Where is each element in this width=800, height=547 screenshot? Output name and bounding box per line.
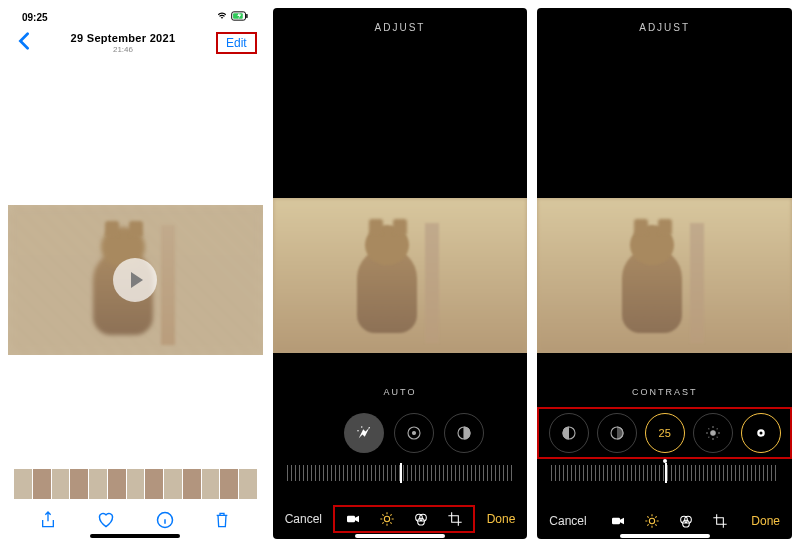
black-point-button[interactable]	[741, 413, 781, 453]
photos-app-screen: 09:25 29 September 2021 21:46 Edit	[8, 8, 263, 539]
done-button[interactable]: Done	[487, 512, 516, 526]
edit-bottom-bar: Cancel Done	[273, 505, 528, 533]
cancel-button[interactable]: Cancel	[549, 514, 586, 528]
shadows-button[interactable]	[597, 413, 637, 453]
edit-video-preview[interactable]	[537, 198, 792, 353]
done-button[interactable]: Done	[751, 514, 780, 528]
video-scrubber[interactable]	[14, 469, 257, 499]
adjust-tool-icon[interactable]	[379, 511, 395, 527]
svg-rect-20	[612, 518, 620, 525]
highlights-button[interactable]	[444, 413, 484, 453]
edit-tools	[333, 505, 475, 533]
info-icon[interactable]	[156, 511, 174, 532]
svg-point-24	[683, 520, 690, 527]
photo-date: 29 September 2021	[71, 32, 176, 44]
filters-tool-icon[interactable]	[413, 511, 429, 527]
photo-header: 29 September 2021 21:46 Edit	[8, 26, 263, 60]
edit-button[interactable]: Edit	[216, 32, 257, 54]
edit-auto-screen: ADJUST AUTO Cancel Done	[273, 8, 528, 539]
home-indicator[interactable]	[355, 534, 445, 538]
battery-icon	[231, 11, 249, 21]
video-tool-icon[interactable]	[345, 511, 361, 527]
heart-icon[interactable]	[97, 512, 115, 531]
svg-point-8	[413, 432, 416, 435]
edit-tools	[600, 509, 738, 533]
svg-rect-10	[347, 516, 355, 523]
adjust-slider[interactable]	[551, 465, 778, 481]
contrast-value-text: 25	[659, 427, 671, 439]
crop-tool-icon[interactable]	[712, 513, 728, 529]
svg-point-17	[710, 431, 715, 436]
home-indicator[interactable]	[90, 534, 180, 538]
adjust-controls: 25	[537, 407, 792, 459]
adjust-title: ADJUST	[537, 22, 792, 33]
photos-bottom-bar	[8, 510, 263, 533]
svg-point-4	[369, 427, 371, 429]
adjust-mode-label: AUTO	[273, 387, 528, 397]
auto-enhance-button[interactable]	[344, 413, 384, 453]
photo-time: 21:46	[71, 45, 176, 54]
svg-point-6	[361, 426, 363, 428]
svg-point-5	[357, 430, 359, 432]
status-time: 09:25	[22, 12, 48, 23]
edit-video-preview[interactable]	[273, 198, 528, 353]
back-button[interactable]	[18, 30, 30, 56]
video-tool-icon[interactable]	[610, 513, 626, 529]
highlights-button[interactable]	[549, 413, 589, 453]
svg-point-13	[420, 514, 427, 521]
filters-tool-icon[interactable]	[678, 513, 694, 529]
contrast-value[interactable]: 25	[645, 413, 685, 453]
svg-rect-2	[246, 14, 247, 18]
status-icons	[216, 11, 249, 23]
home-indicator[interactable]	[620, 534, 710, 538]
svg-point-14	[418, 518, 425, 525]
photo-date-block: 29 September 2021 21:46	[71, 32, 176, 54]
svg-point-11	[385, 516, 390, 521]
wifi-icon	[216, 11, 228, 21]
play-icon[interactable]	[113, 258, 157, 302]
adjust-slider[interactable]	[287, 465, 514, 481]
status-bar: 09:25	[8, 8, 263, 26]
adjust-title: ADJUST	[273, 22, 528, 33]
share-icon[interactable]	[40, 510, 56, 533]
edit-bottom-bar: Cancel Done	[537, 509, 792, 533]
video-preview[interactable]	[8, 205, 263, 355]
trash-icon[interactable]	[214, 511, 230, 532]
edit-contrast-screen: ADJUST CONTRAST 25 Cancel Done	[537, 8, 792, 539]
svg-point-23	[685, 516, 692, 523]
exposure-button[interactable]	[394, 413, 434, 453]
adjust-tool-icon[interactable]	[644, 513, 660, 529]
brightness-button[interactable]	[693, 413, 733, 453]
cancel-button[interactable]: Cancel	[285, 512, 322, 526]
svg-point-21	[649, 518, 654, 523]
svg-point-19	[759, 432, 762, 435]
adjust-controls	[273, 407, 528, 459]
crop-tool-icon[interactable]	[447, 511, 463, 527]
adjust-mode-label: CONTRAST	[537, 387, 792, 397]
